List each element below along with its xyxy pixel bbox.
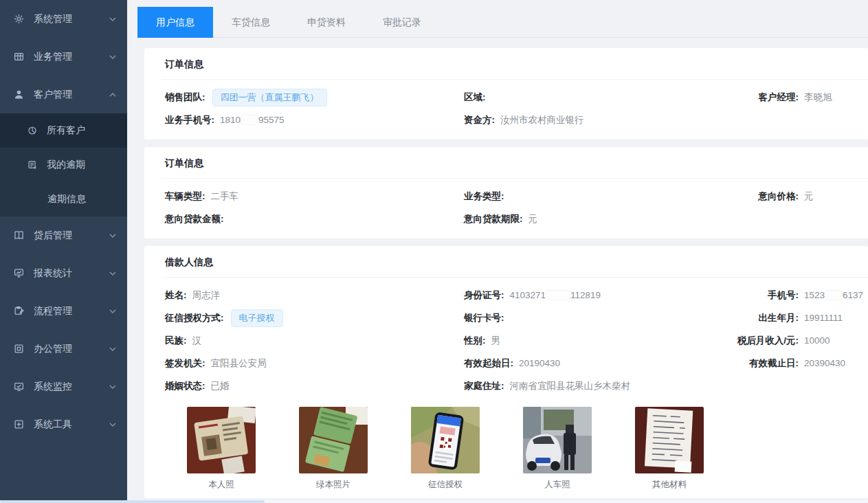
horizontal-scrollbar[interactable] — [0, 500, 868, 503]
sidebar-item-label: 办公管理 — [34, 343, 72, 355]
component-icon — [27, 126, 37, 135]
square-nested-icon — [14, 344, 24, 354]
field-business-phone: 业务手机号: 181095575 — [165, 109, 464, 131]
field-marital-status: 婚姻状态: 已婚 — [165, 375, 464, 397]
sidebar-item-label: 流程管理 — [34, 305, 72, 317]
sidebar-item-post-loan-management[interactable]: 贷后管理 — [0, 216, 127, 254]
photo-thumbnail[interactable] — [411, 407, 480, 473]
card-title: 订单信息 — [165, 48, 868, 79]
order-info-card-2: 订单信息 车辆类型: 二手车 业务类型: 意向价格: 元 — [144, 147, 868, 238]
field-gender: 性别: 男 — [464, 329, 722, 352]
field-empty — [722, 109, 868, 131]
sidebar-item-label: 逾期信息 — [47, 193, 86, 205]
sidebar-item-label: 系统管理 — [34, 13, 72, 25]
detail-tabs: 用户信息 车贷信息 申贷资料 审批记录 — [137, 7, 868, 38]
chevron-down-icon — [109, 383, 116, 390]
monitor-check-icon — [14, 381, 24, 392]
photo-caption: 征信授权 — [411, 479, 480, 490]
chevron-up-icon — [109, 91, 116, 98]
field-monthly-income: 税后月收入/元: 10000 — [722, 329, 868, 352]
chevron-down-icon — [109, 232, 116, 239]
field-sales-team: 销售团队: 四团一营（直属王鹏飞） — [165, 86, 464, 109]
document-icon — [27, 160, 37, 170]
field-empty — [722, 375, 868, 397]
field-name: 姓名: 周志洋 — [165, 284, 464, 306]
field-region: 区域: — [464, 86, 722, 109]
user-icon — [14, 89, 24, 100]
sidebar-item-label: 报表统计 — [34, 267, 72, 280]
photo-phone-qr: 征信授权 — [411, 407, 480, 490]
tab-approval-records[interactable]: 审批记录 — [364, 7, 440, 38]
scrollbar-thumb[interactable] — [0, 500, 265, 503]
tab-user-info[interactable]: 用户信息 — [137, 7, 213, 38]
sales-team-tag: 四团一营（直属王鹏飞） — [212, 89, 327, 107]
photo-caption: 人车照 — [523, 479, 592, 490]
order-info-card-1: 订单信息 销售团队: 四团一营（直属王鹏飞） 区域: 客户经理: 李晓旭 — [144, 48, 868, 139]
sidebar-item-label: 我的逾期 — [47, 159, 85, 171]
field-issuing-authority: 签发机关: 宜阳县公安局 — [165, 352, 464, 375]
sidebar-item-label: 贷后管理 — [34, 230, 72, 242]
field-bank-card: 银行卡号: — [464, 306, 722, 329]
chevron-down-icon — [109, 270, 116, 277]
sidebar-item-label: 客户管理 — [34, 89, 72, 101]
sidebar-item-system-management[interactable]: 系统管理 — [0, 0, 127, 38]
chevron-down-icon — [109, 421, 116, 428]
chevron-down-icon — [109, 16, 116, 23]
sidebar-item-label: 系统工具 — [34, 418, 72, 431]
sidebar-item-all-customers[interactable]: 所有客户 — [0, 113, 127, 148]
borrower-photo-row: 本人照 — [165, 397, 868, 490]
photo-thumbnail[interactable] — [523, 407, 592, 473]
field-ethnicity: 民族: 汉 — [165, 329, 464, 352]
card-title: 订单信息 — [165, 147, 868, 178]
sidebar-item-label: 业务管理 — [34, 51, 72, 63]
field-mobile-phone: 手机号: 15236137 — [722, 284, 868, 306]
field-empty — [722, 208, 868, 230]
field-intent-price: 意向价格: 元 — [722, 185, 868, 208]
photo-thumbnail[interactable] — [187, 407, 256, 473]
sidebar-item-label: 所有客户 — [47, 124, 85, 137]
photo-caption: 绿本照片 — [299, 479, 368, 490]
chevron-down-icon — [109, 346, 116, 353]
grid-icon — [14, 52, 24, 62]
clipboard-pen-icon — [14, 306, 24, 316]
field-funder: 资金方: 汝州市农村商业银行 — [464, 109, 722, 131]
redaction-patch — [825, 291, 842, 300]
field-valid-from: 有效起始日: 20190430 — [464, 352, 722, 375]
chevron-down-icon — [109, 54, 116, 60]
sidebar-item-process-management[interactable]: 流程管理 — [0, 292, 127, 330]
chevron-down-icon — [109, 308, 116, 315]
photo-thumbnail[interactable] — [299, 407, 368, 473]
sidebar-item-business-management[interactable]: 业务管理 — [0, 38, 127, 76]
sidebar-item-office-management[interactable]: 办公管理 — [0, 330, 127, 368]
field-customer-manager: 客户经理: 李晓旭 — [722, 86, 868, 109]
field-credit-auth-method: 征信授权方式: 电子授权 — [165, 306, 464, 329]
sidebar: 系统管理 业务管理 客户管理 所有客户 我的逾期 逾期信息 — [0, 0, 127, 503]
photo-handwritten-document: 其他材料 — [635, 407, 704, 490]
field-home-address: 家庭住址: 河南省宜阳县花果山乡木柴村 — [464, 375, 722, 397]
box-plus-icon — [14, 419, 24, 429]
photo-thumbnail[interactable] — [635, 407, 704, 473]
field-birth-date: 出生年月: 19911111 — [722, 306, 868, 329]
photo-person-with-car: 人车照 — [523, 407, 592, 490]
tab-loan-application-docs[interactable]: 申贷资料 — [289, 7, 364, 38]
photo-id-card: 本人照 — [187, 407, 256, 490]
sidebar-item-report-statistics[interactable]: 报表统计 — [0, 254, 127, 292]
sidebar-item-overdue-info[interactable]: 逾期信息 — [0, 182, 127, 216]
gear-icon — [14, 14, 24, 24]
field-loan-term: 意向贷款期限: 元 — [464, 208, 722, 230]
sidebar-item-customer-management[interactable]: 客户管理 — [0, 76, 127, 113]
redaction-patch — [241, 115, 258, 124]
field-vehicle-type: 车辆类型: 二手车 — [165, 185, 464, 208]
card-title: 借款人信息 — [165, 246, 868, 277]
sidebar-item-system-monitor[interactable]: 系统监控 — [0, 368, 127, 405]
photo-caption: 本人照 — [187, 479, 256, 490]
tab-car-loan-info[interactable]: 车贷信息 — [213, 7, 289, 38]
photo-caption: 其他材料 — [635, 479, 704, 490]
field-business-type: 业务类型: — [464, 185, 722, 208]
sidebar-item-label: 系统监控 — [34, 381, 72, 393]
field-id-number: 身份证号: 4103271112819 — [464, 284, 722, 306]
sidebar-item-system-tools[interactable]: 系统工具 — [0, 405, 127, 443]
sidebar-item-my-overdue[interactable]: 我的逾期 — [0, 148, 127, 182]
photo-green-booklet: 绿本照片 — [299, 407, 368, 490]
borrower-info-card: 借款人信息 姓名: 周志洋 身份证号: 4103271112819 手机号: 1… — [144, 246, 868, 498]
